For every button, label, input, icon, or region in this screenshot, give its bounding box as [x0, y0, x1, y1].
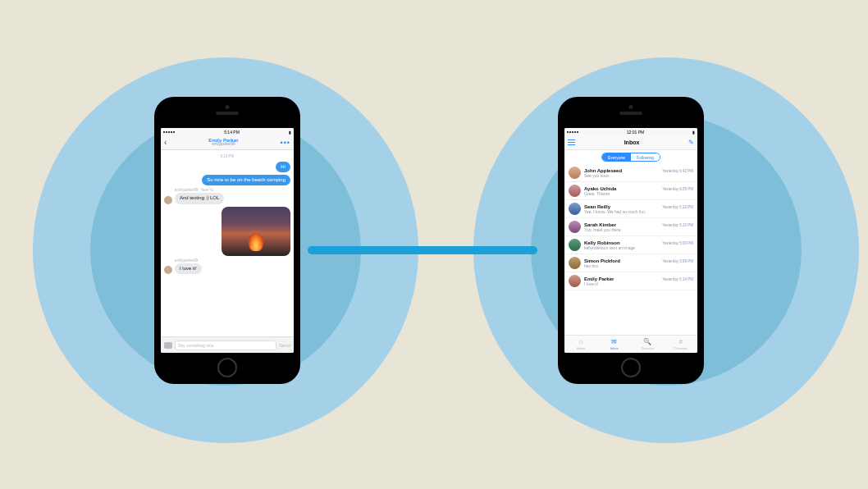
nav-bar: ‹ Emily Parker emilyparker99 ••• — [161, 135, 294, 150]
message-preview: You, meet you there. — [584, 227, 693, 232]
nav-title[interactable]: Emily Parker emilyparker99 — [208, 138, 238, 148]
status-bar: 12:01 PM ▮ — [564, 128, 697, 135]
tab-bar: ⌂Home ✉Inbox 🔍Discover #Channels — [564, 335, 697, 353]
nav-title: Inbox — [624, 139, 640, 145]
message-sent[interactable]: So nice to be on the beach camping — [164, 175, 290, 185]
status-time: 12:01 PM — [627, 130, 644, 135]
timestamp: Yesterday 5:14 PM — [662, 277, 693, 281]
more-button[interactable]: ••• — [281, 139, 290, 147]
message-sent-image[interactable] — [164, 207, 290, 256]
contact-name: Emily Parker — [584, 276, 614, 281]
inbox-item[interactable]: Sean ReillyYesterday 5:22 PMYea, I know.… — [564, 200, 697, 218]
timestamp: Yesterday 6:05 PM — [662, 187, 693, 191]
timestamp: Yesterday 5:09 PM — [662, 259, 693, 263]
camera-icon[interactable] — [164, 342, 172, 349]
avatar — [569, 239, 581, 251]
segmented-control: Everyone Following — [564, 150, 697, 164]
phone-left: 5:14 PM ▮ ‹ Emily Parker emilyparker99 •… — [154, 97, 300, 384]
timestamp: Yesterday 6:42 PM — [662, 169, 693, 173]
sender-label: emilyparker99 — [175, 258, 290, 263]
compose-button[interactable]: ✎ — [688, 139, 694, 146]
message-preview: kellyrobinson sent an image — [584, 245, 693, 250]
battery-icon: ▮ — [692, 130, 695, 135]
inbox-item[interactable]: Sarah KimberYesterday 5:10 PMYou, meet y… — [564, 218, 697, 236]
inbox-list[interactable]: John AppleseedYesterday 6:42 PMSee you s… — [564, 164, 697, 290]
contact-name: Sean Reilly — [584, 204, 610, 209]
screen-inbox: 12:01 PM ▮ Inbox ✎ Everyone Following Jo… — [564, 128, 697, 353]
campfire-illustration — [249, 233, 263, 251]
tab-discover[interactable]: 🔍Discover — [631, 336, 665, 353]
avatar — [569, 221, 581, 233]
contact-name: Kelly Robinson — [584, 240, 620, 245]
menu-icon[interactable] — [568, 139, 575, 145]
home-icon: ⌂ — [579, 339, 583, 345]
message-preview: I love it! — [584, 281, 693, 286]
segment-everyone[interactable]: Everyone — [602, 153, 631, 161]
bubble-love: I love it! — [175, 263, 202, 274]
message-sent[interactable]: Hi — [164, 162, 290, 172]
image-bubble-campfire — [222, 207, 290, 256]
inbox-item[interactable]: Ayako UchidaYesterday 6:05 PMGreat. Than… — [564, 182, 697, 200]
timestamp: Yesterday 5:00 PM — [662, 241, 693, 245]
inbox-icon: ✉ — [611, 339, 617, 345]
avatar — [164, 196, 172, 204]
bubble-lol: And texting :) LOL — [175, 193, 224, 203]
contact-name: Ayako Uchida — [584, 186, 616, 191]
home-button[interactable] — [217, 358, 237, 377]
discover-icon: 🔍 — [643, 339, 651, 345]
battery-icon: ▮ — [289, 130, 291, 135]
message-input[interactable]: Say something nice — [175, 340, 276, 350]
inbox-item[interactable]: Kelly RobinsonYesterday 5:00 PMkellyrobi… — [564, 236, 697, 254]
connector-line — [308, 246, 537, 254]
timestamp: Yesterday 5:22 PM — [662, 205, 693, 209]
channels-icon: # — [679, 339, 683, 345]
avatar — [569, 167, 581, 179]
message-preview: Yea, I know. We had so much fun. — [584, 209, 693, 214]
status-bar: 5:14 PM ▮ — [161, 128, 294, 135]
bubble-beach: So nice to be on the beach camping — [202, 175, 290, 185]
message-preview: hey bro — [584, 263, 693, 268]
contact-name: Sarah Kimber — [584, 222, 616, 227]
avatar — [164, 266, 172, 274]
avatar — [569, 257, 581, 269]
phone-camera — [629, 105, 633, 109]
nav-bar: Inbox ✎ — [564, 135, 697, 150]
inbox-item[interactable]: Emily ParkerYesterday 5:14 PMI love it! — [564, 272, 697, 290]
timestamp: Yesterday 5:10 PM — [662, 223, 693, 227]
phone-right: 12:01 PM ▮ Inbox ✎ Everyone Following Jo… — [558, 97, 704, 384]
message-received[interactable]: And texting :) LOL — [164, 193, 290, 203]
composer-bar: Say something nice Send — [161, 336, 294, 353]
message-preview: Great. Thanks — [584, 191, 693, 196]
contact-name: John Appleseed — [584, 168, 622, 173]
phone-speaker — [216, 112, 239, 115]
bubble-hi: Hi — [276, 162, 290, 172]
sender-label: emilyparker99 · New Yo — [175, 188, 290, 192]
tab-channels[interactable]: #Channels — [665, 336, 698, 353]
segment-following[interactable]: Following — [631, 153, 660, 161]
signal-icon — [567, 131, 578, 133]
avatar — [569, 275, 581, 287]
phone-camera — [226, 105, 230, 109]
message-preview: See you soon. — [584, 173, 693, 178]
screen-conversation: 5:14 PM ▮ ‹ Emily Parker emilyparker99 •… — [161, 128, 294, 353]
home-button[interactable] — [621, 358, 641, 377]
contact-handle: emilyparker99 — [208, 143, 238, 147]
contact-name: Simon Pickford — [584, 258, 620, 263]
phone-speaker — [619, 112, 642, 115]
conversation-body[interactable]: 5:12 PM Hi So nice to be on the beach ca… — [161, 150, 294, 329]
inbox-item[interactable]: John AppleseedYesterday 6:42 PMSee you s… — [564, 164, 697, 182]
tab-inbox[interactable]: ✉Inbox — [598, 336, 632, 353]
send-button[interactable]: Send — [279, 343, 290, 348]
status-time: 5:14 PM — [224, 130, 240, 135]
timestamp-label: 5:12 PM — [164, 154, 290, 158]
avatar — [569, 185, 581, 197]
inbox-item[interactable]: Simon PickfordYesterday 5:09 PMhey bro — [564, 254, 697, 272]
tab-home[interactable]: ⌂Home — [564, 336, 598, 353]
signal-icon — [163, 131, 175, 133]
message-received[interactable]: I love it! — [164, 263, 290, 274]
back-button[interactable]: ‹ — [164, 138, 167, 147]
avatar — [569, 203, 581, 215]
